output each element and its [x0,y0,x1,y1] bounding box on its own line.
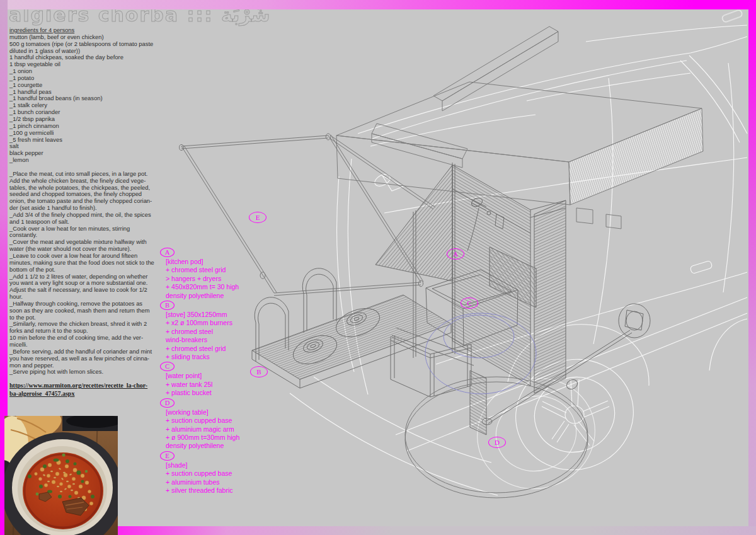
instruction-line: soon as they are cooked, mash them and r… [9,308,163,314]
annotation-line: + chromed steel grid [166,266,260,274]
instruction-line: 10 min before the end of cooking time, a… [9,335,163,342]
callout-bubble-d: D [488,437,506,448]
annotation-lines: [stove] 350x1250mm+ x2 ø 100mm burners+ … [166,311,260,361]
ingredients-list: mutton (lamb, beef or even chicken)500 g… [9,34,163,164]
ingredient-line: _5 fresh mint leaves [9,137,163,144]
instruction-line: you have reserved, as well as a few pinc… [9,355,163,362]
annotation-letter-e: E [160,451,175,461]
annotation-line: [kitchen pod] [166,258,260,266]
link-line-2: ba-algeroise_47457.aspx [9,390,74,397]
annotation-line: + ø 900mm t=30mm high [166,434,260,442]
annotation-group-c: C[water point]+ water tank 25l+ plastic … [159,361,260,397]
ingredient-line: _100 g vermicelli [9,130,163,137]
annotation-line: + 450x820mm t= 30 high [166,283,260,291]
annotation-line: [stove] 350x1250mm [166,311,260,319]
annotation-line: + silver threaded fabric [166,486,260,495]
annotation-line: + aluminium tubes [166,478,260,486]
annotation-line: [working table] [166,408,260,417]
annotation-line: density polyethilene [166,292,260,300]
annotation-group-e: E[shade]+ suction cupped base+ aluminium… [159,451,260,495]
annotation-letter-b: B [160,301,175,310]
instruction-line: Add the whole chicken breast, the finely… [9,178,163,185]
annotation-letter-d: D [160,398,175,408]
annotation-group-a: A[kitchen pod]+ chromed steel grid> hang… [159,247,260,300]
annotation-group-b: B[stove] 350x1250mm+ x2 ø 100mm burners+… [159,300,260,361]
annotation-legend: A[kitchen pod]+ chromed steel grid> hang… [159,247,260,495]
annotation-group-d: D[working table]+ suction cupped base+ a… [159,398,260,451]
annotation-letter-a: A [160,248,175,257]
annotation-line: + chromed steel [166,328,260,336]
chorba-photo [4,416,118,535]
roof-box [336,26,703,229]
poster-page: algiers chorba ::: شُرْبَة ingredients f… [0,0,756,535]
ingredient-line: _1 courgette [9,82,163,89]
recipe-source-link[interactable]: https://www.marmiton.org/recettes/recett… [9,382,163,398]
annotation-line: + aluminium magic arm [166,425,260,434]
annotation-letter-c: C [160,362,175,371]
annotation-line: density polyethilene [166,442,260,450]
ingredient-line: _lemon [9,157,163,164]
instruction-line: bottom of the pot. [9,267,163,273]
instructions-list: _Place the meat, cut into small pieces, … [9,171,163,376]
ingredient-line: 1 tbsp vegetable oil [9,61,163,68]
annotation-lines: [kitchen pod]+ chromed steel grid> hange… [166,258,260,300]
annotation-line: [water point] [166,372,260,380]
border-top [0,0,756,9]
annotation-line: wind-breakers [166,336,260,344]
annotation-lines: [working table]+ suction cupped base+ al… [166,408,260,451]
door-handle-icon [690,260,713,273]
instruction-line: _Serve piping hot with lemon slices. [9,369,163,376]
annotation-line: > hangers + dryers [166,275,260,283]
link-line-1: https://www.marmiton.org/recettes/recett… [9,382,147,389]
annotation-lines: [water point]+ water tank 25l+ plastic b… [166,372,260,397]
callout-bubble-b: B [250,366,268,377]
instruction-line: and 1 teaspoon of salt. [9,219,163,226]
annotation-line: + water tank 25l [166,381,260,389]
callout-bubble-e: E [249,212,266,223]
annotation-line: + suction cupped base [166,469,260,478]
roof-rail-mount-icon [721,9,743,23]
annotation-line: + x2 ø 100mm burners [166,319,260,327]
annotation-lines: [shade]+ suction cupped base+ aluminium … [166,461,260,495]
callout-bubble-c: C [461,297,478,309]
annotation-line: + sliding tracks [166,353,260,361]
instruction-line: Adjust the salt if necessary, and leave … [9,287,163,294]
annotation-line: + chromed steel grid [166,345,260,353]
ingredient-line: 500 g tomatoes (ripe (or 2 tablespoons o… [9,41,163,48]
annotation-line: + suction cupped base [166,417,260,425]
border-right [748,0,756,535]
annotation-line: + plastic bucket [166,389,260,397]
recipe-column: ingredients for 4 persons mutton (lamb, … [9,27,163,398]
ingredient-line: black pepper [9,150,163,157]
callout-bubble-a: A [447,248,464,260]
annotation-line: [shade] [166,461,260,469]
